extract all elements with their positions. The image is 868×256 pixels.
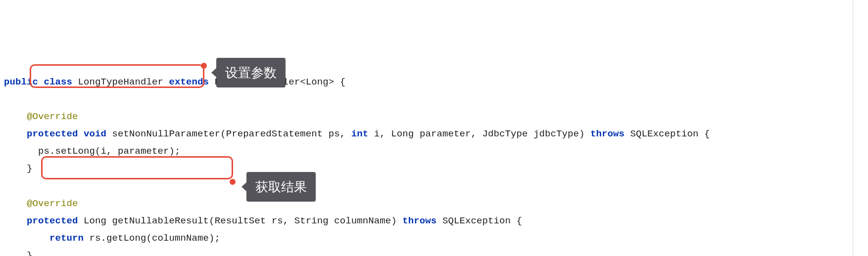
callout-get-result: 获取结果 (246, 172, 316, 202)
m2-p2-name: columnName (334, 215, 391, 226)
m1-p1-type: PreparedStatement (226, 128, 323, 139)
annotation-override-1: @Override (27, 111, 78, 122)
close-paren-1: ) (579, 128, 585, 139)
lbrace-3: { (516, 215, 522, 226)
exc-2: SQLException (442, 215, 511, 226)
m2-p1-name: rs (272, 215, 283, 226)
m1-p1-name: ps (329, 128, 340, 139)
m1-p4-name: jdbcType (533, 128, 579, 139)
kw-void: void (84, 128, 106, 139)
kw-return: return (49, 233, 84, 244)
comma-2: , (380, 128, 386, 139)
dot-icon (201, 63, 207, 69)
class-name: LongTypeHandler (78, 77, 164, 87)
kw-protected-2: protected (27, 215, 78, 226)
code-block: public class LongTypeHandler extends Bas… (4, 74, 864, 256)
lbrace-2: { (704, 128, 710, 139)
m1-p4-type: JdbcType (482, 128, 528, 139)
kw-protected-1: protected (27, 128, 78, 139)
comma-4: , (283, 215, 289, 226)
m1-body: ps.setLong(i, parameter); (38, 146, 181, 157)
type-long-2: Long (391, 128, 414, 139)
m1-p2-name: i (374, 128, 380, 139)
kw-int: int (351, 128, 369, 139)
comma-1: , (340, 128, 346, 139)
callout-text-2: 获取结果 (255, 179, 307, 194)
rbrace-2: } (27, 163, 33, 174)
kw-class: class (44, 77, 73, 87)
kw-throws-2: throws (402, 215, 436, 226)
kw-extends: extends (169, 77, 209, 87)
type-long: Long (306, 77, 329, 87)
m1-p3-name: parameter (420, 128, 471, 139)
annotation-override-2: @Override (27, 198, 78, 209)
gt: > (329, 77, 335, 87)
kw-public: public (4, 77, 38, 87)
rbrace-3: } (27, 250, 33, 256)
method2-name: getNullableResult (112, 215, 209, 226)
comma-3: , (471, 128, 477, 139)
editor-margin-line (853, 0, 853, 256)
lt: < (300, 77, 306, 87)
m2-p2-type: String (294, 215, 329, 226)
lbrace: { (340, 77, 346, 87)
callout-set-param: 设置参数 (216, 58, 286, 87)
open-paren: ( (220, 128, 226, 139)
kw-throws-1: throws (590, 128, 625, 139)
method1-name: setNonNullParameter (112, 128, 221, 139)
close-paren-2: ) (391, 215, 397, 226)
callout-text-1: 设置参数 (225, 65, 277, 80)
m2-p1-type: ResultSet (215, 215, 266, 226)
exc-1: SQLException (630, 128, 699, 139)
open-paren-2: ( (209, 215, 215, 226)
m2-expr: rs.getLong(columnName); (90, 233, 221, 244)
type-long-3: Long (84, 215, 106, 226)
